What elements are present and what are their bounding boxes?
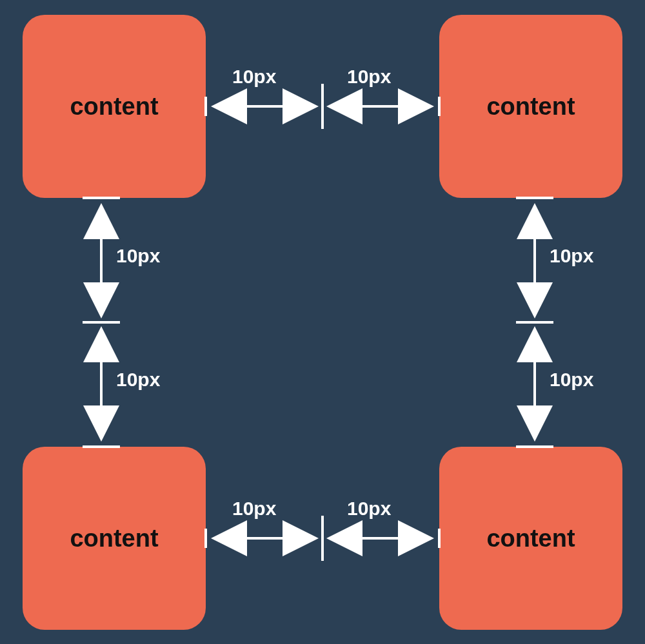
content-box-label: content [70,525,158,552]
spacing-arrow-right-upper [516,198,553,322]
content-box-bottom-left: content [23,447,206,630]
spacing-arrow-right-lower [516,331,553,447]
spacing-label-bottom-left: 10px [232,498,276,520]
spacing-label-bottom-right: 10px [347,498,391,520]
content-box-top-right: content [439,15,622,198]
spacing-label-left-upper: 10px [116,245,160,267]
content-box-label: content [486,525,575,552]
spacing-arrow-left-upper [83,198,120,322]
spacing-label-right-upper: 10px [550,245,593,267]
content-box-label: content [70,93,158,121]
spacing-arrow-bottom-left [206,516,322,561]
spacing-arrow-bottom-right [332,529,439,548]
spacing-label-right-lower: 10px [550,369,593,391]
spacing-arrow-top-left [206,84,322,129]
spacing-arrow-top-right [332,97,439,116]
spacing-arrow-left-lower [83,331,120,447]
content-box-label: content [486,93,575,121]
content-box-bottom-right: content [439,447,622,630]
spacing-label-top-left: 10px [232,66,276,88]
spacing-label-top-right: 10px [347,66,391,88]
spacing-label-left-lower: 10px [116,369,160,391]
content-box-top-left: content [23,15,206,198]
